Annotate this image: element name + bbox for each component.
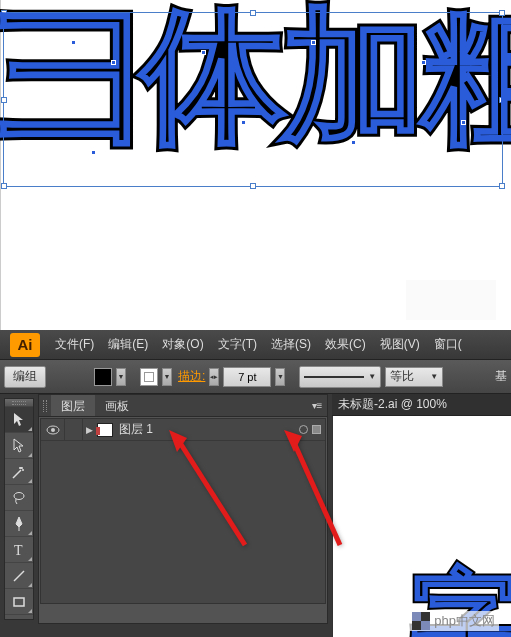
menu-view[interactable]: 视图(V) <box>373 332 427 357</box>
fill-swatch[interactable] <box>94 368 112 386</box>
watermark: php中文网 <box>408 611 499 631</box>
panel-grip[interactable] <box>5 399 33 407</box>
variable-width-profile-dropdown[interactable]: 等比 ▼ <box>385 367 443 387</box>
menu-select[interactable]: 选择(S) <box>264 332 318 357</box>
fill-dropdown-icon[interactable]: ▼ <box>116 368 126 386</box>
chevron-down-icon: ▼ <box>430 372 438 381</box>
document-tab-bar: 未标题-2.ai @ 100% <box>332 394 511 416</box>
anchor-point[interactable] <box>351 140 356 145</box>
resize-handle[interactable] <box>1 183 7 189</box>
panel-grip-icon[interactable] <box>39 395 51 416</box>
annotation-arrow <box>165 430 255 554</box>
stroke-weight-stepper-icon[interactable]: ◂▸ <box>209 368 219 386</box>
document-area: 未标题-2.ai @ 100% 字 字 <box>332 394 511 637</box>
menu-file[interactable]: 文件(F) <box>48 332 101 357</box>
annotation-arrow <box>280 430 350 554</box>
illustrator-artboard-preview: ⺕体加粗 ⺕体加粗 <box>0 0 511 330</box>
stroke-swatch[interactable] <box>140 368 158 386</box>
svg-line-8 <box>292 438 340 545</box>
svg-rect-3 <box>14 598 24 606</box>
anchor-point[interactable] <box>421 60 426 65</box>
watermark-text: php中文网 <box>434 612 495 630</box>
resize-handle[interactable] <box>499 183 505 189</box>
layer-thumbnail <box>97 423 113 437</box>
control-bar: 编组 ▼ ▼ 描边: ◂▸ ▼ ▼ 等比 ▼ 基 <box>0 360 511 394</box>
type-tool[interactable]: T <box>5 537 33 563</box>
brush-definition-dropdown[interactable]: ▼ <box>299 366 381 388</box>
layer-name-label[interactable]: 图层 1 <box>119 421 153 438</box>
pen-icon <box>11 516 27 532</box>
svg-line-2 <box>14 571 24 581</box>
svg-point-0 <box>14 492 24 499</box>
anchor-point[interactable] <box>201 50 206 55</box>
panel-menu-icon[interactable]: ▾≡ <box>307 395 327 416</box>
menu-window[interactable]: 窗口( <box>427 332 469 357</box>
svg-point-5 <box>51 428 55 432</box>
lasso-icon <box>11 490 27 506</box>
watermark-logo-icon <box>412 612 430 630</box>
anchor-point[interactable] <box>111 60 116 65</box>
panel-dock: 图层 画板 ▾≡ ▶ 图层 1 <box>34 394 511 637</box>
cursor-outline-icon <box>11 438 27 454</box>
align-label: 基 <box>495 368 507 385</box>
tab-layers[interactable]: 图层 <box>51 395 95 416</box>
panel-tab-bar: 图层 画板 ▾≡ <box>39 395 327 417</box>
anchor-point[interactable] <box>461 120 466 125</box>
blurred-region <box>406 280 496 320</box>
illustrator-window: Ai 文件(F) 编辑(E) 对象(O) 文字(T) 选择(S) 效果(C) 视… <box>0 330 511 637</box>
resize-handle[interactable] <box>250 183 256 189</box>
workspace: T 图层 画板 ▾≡ <box>0 394 511 637</box>
svg-line-6 <box>177 438 245 545</box>
stroke-label[interactable]: 描边: <box>178 368 205 385</box>
anchor-point[interactable] <box>311 40 316 45</box>
scale-label: 等比 <box>390 368 414 385</box>
pen-tool[interactable] <box>5 511 33 537</box>
line-tool[interactable] <box>5 563 33 589</box>
app-logo-icon: Ai <box>10 333 40 357</box>
selection-tool[interactable] <box>5 407 33 433</box>
expand-toggle-icon[interactable]: ▶ <box>83 425 95 435</box>
line-icon <box>11 568 27 584</box>
menu-type[interactable]: 文字(T) <box>211 332 264 357</box>
tab-artboards[interactable]: 画板 <box>95 395 139 416</box>
anchor-point[interactable] <box>91 150 96 155</box>
selection-type-label[interactable]: 编组 <box>4 366 46 388</box>
lock-toggle[interactable] <box>65 419 83 441</box>
stroke-dropdown-icon[interactable]: ▼ <box>162 368 172 386</box>
stroke-weight-dropdown-icon[interactable]: ▼ <box>275 368 285 386</box>
anchor-point[interactable] <box>71 40 76 45</box>
visibility-toggle[interactable] <box>41 419 65 441</box>
anchor-point[interactable] <box>241 120 246 125</box>
stroke-weight-input[interactable] <box>223 367 271 387</box>
rectangle-icon <box>11 594 27 610</box>
cursor-icon <box>11 412 27 428</box>
svg-text:T: T <box>14 543 23 558</box>
menu-edit[interactable]: 编辑(E) <box>101 332 155 357</box>
menu-object[interactable]: 对象(O) <box>155 332 210 357</box>
document-tab[interactable]: 未标题-2.ai @ 100% <box>338 396 447 413</box>
lasso-tool[interactable] <box>5 485 33 511</box>
direct-selection-tool[interactable] <box>5 433 33 459</box>
rectangle-tool[interactable] <box>5 589 33 615</box>
menubar: Ai 文件(F) 编辑(E) 对象(O) 文字(T) 选择(S) 效果(C) 视… <box>0 330 511 360</box>
wand-icon <box>11 464 27 480</box>
menu-effect[interactable]: 效果(C) <box>318 332 373 357</box>
tools-panel: T <box>4 398 34 620</box>
type-icon: T <box>11 542 27 558</box>
document-canvas[interactable]: 字 字 <box>332 416 511 637</box>
eye-icon <box>46 425 60 435</box>
outlined-text-paths[interactable]: ⺕体加粗 <box>1 4 511 149</box>
magic-wand-tool[interactable] <box>5 459 33 485</box>
